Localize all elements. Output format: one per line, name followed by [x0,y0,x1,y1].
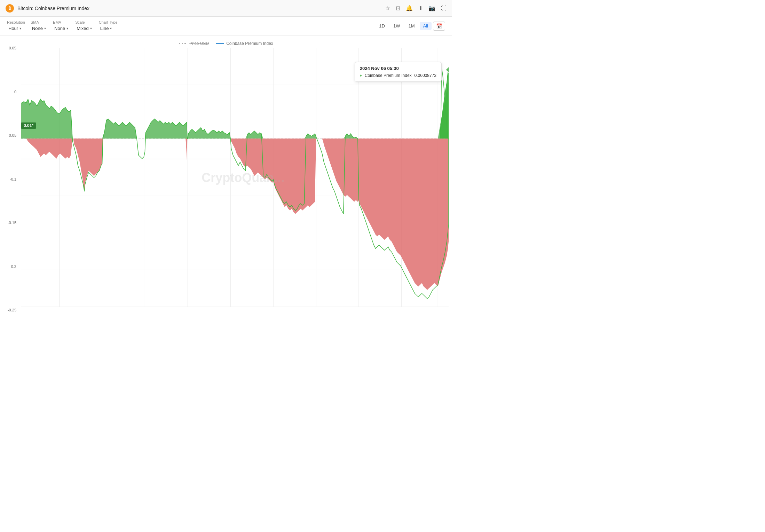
time-btn-1d[interactable]: 1D [376,22,388,30]
bitcoin-icon: ₿ [6,4,14,13]
legend-solid-line [216,43,224,44]
toolbar: Resolution Hour ▾ SMA None ▾ EMA None ▾ … [0,17,452,35]
ema-chevron: ▾ [66,26,68,30]
sma-group: SMA None ▾ [31,20,47,32]
legend-dashed-line [179,43,187,44]
chart-type-select[interactable]: Line ▾ [99,25,118,32]
resolution-chevron: ▾ [19,26,21,30]
chart-type-label: Chart Type [99,20,118,24]
y-label-7: -0.25 [0,308,19,312]
share-icon[interactable]: ⬆ [418,5,423,11]
y-label-5: -0.15 [0,221,19,225]
chart-container: CryptoQuan... 0.01* [21,48,449,307]
y-label-6: -0.2 [0,264,19,269]
tooltip-value-row: ♦ Coinbase Premium Index 0.06008773 [360,73,436,78]
current-price-badge: 0.01* [21,122,36,129]
resolution-group: Resolution Hour ▾ [7,20,25,32]
y-label-3: -0.05 [0,133,19,137]
resolution-label: Resolution [7,20,25,24]
browser-bar: ₿ Bitcoin: Coinbase Premium Index ☆ ⊡ 🔔 … [0,0,452,17]
camera-icon[interactable]: 📷 [428,5,435,11]
chart-area: Price USD Coinbase Premium Index 0.05 0 … [0,35,452,323]
calendar-button[interactable]: 📅 [433,22,445,31]
resolution-select[interactable]: Hour ▾ [7,25,25,32]
scale-label: Scale [75,20,93,24]
sma-label: SMA [31,20,47,24]
browser-actions: ☆ ⊡ 🔔 ⬆ 📷 ⛶ [385,5,447,11]
scale-select[interactable]: Mixed ▾ [75,25,93,32]
legend-price-usd: Price USD [179,41,209,46]
folder-icon[interactable]: ⊡ [396,5,400,11]
chart-svg: Sep 02 Sep 09 Sep 16 Sep 23 Sep 30 Oct 0… [21,48,449,307]
y-axis-labels: 0.05 0 -0.05 -0.1 -0.15 -0.2 -0.25 [0,46,19,312]
y-label-1: 0.05 [0,46,19,50]
toolbar-right: 1D 1W 1M All 📅 [376,22,445,31]
scale-chevron: ▾ [90,26,92,30]
time-btn-1w[interactable]: 1W [390,22,404,30]
toolbar-left: Resolution Hour ▾ SMA None ▾ EMA None ▾ … [7,20,117,32]
tooltip-label: Coinbase Premium Index [365,73,412,78]
chart-type-group: Chart Type Line ▾ [99,20,118,32]
bell-icon[interactable]: 🔔 [406,5,413,11]
ema-group: EMA None ▾ [53,20,70,32]
y-label-4: -0.1 [0,177,19,181]
chart-type-chevron: ▾ [110,26,112,30]
legend-coinbase-premium: Coinbase Premium Index [216,41,273,46]
sma-select[interactable]: None ▾ [31,25,47,32]
chart-legend: Price USD Coinbase Premium Index [0,39,452,48]
scale-group: Scale Mixed ▾ [75,20,93,32]
ema-label: EMA [53,20,70,24]
tooltip-date: 2024 Nov 06 05:30 [360,66,436,71]
page-title: ₿ Bitcoin: Coinbase Premium Index [6,4,89,13]
sma-chevron: ▾ [44,26,46,30]
svg-marker-22 [446,67,449,73]
svg-marker-19 [21,82,449,138]
ema-select[interactable]: None ▾ [53,25,70,32]
time-btn-all[interactable]: All [420,22,432,30]
tooltip-diamond-icon: ♦ [360,73,362,78]
star-icon[interactable]: ☆ [385,5,390,11]
svg-marker-20 [21,138,449,290]
y-label-2: 0 [0,90,19,94]
tooltip-value: 0.06008773 [415,73,436,78]
fullscreen-icon[interactable]: ⛶ [441,5,447,11]
time-btn-1m[interactable]: 1M [405,22,418,30]
chart-tooltip: 2024 Nov 06 05:30 ♦ Coinbase Premium Ind… [355,62,442,82]
